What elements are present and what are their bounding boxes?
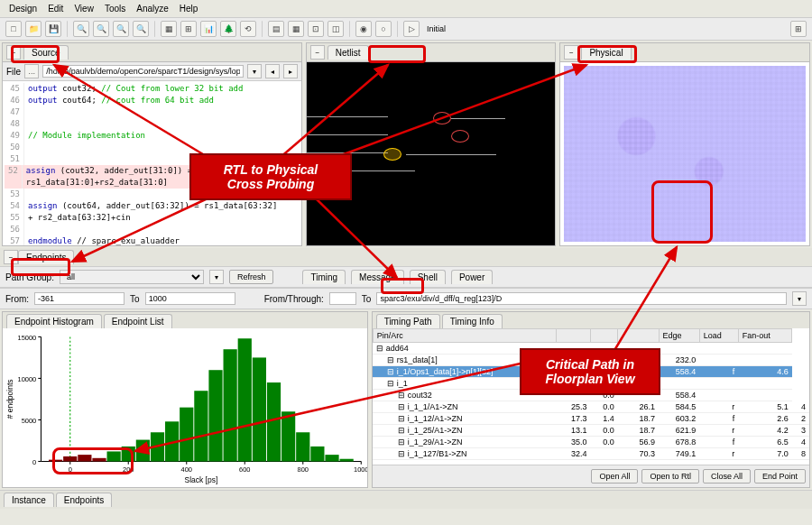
endpoints-bottom-tab[interactable]: Endpoints (56, 493, 112, 507)
layers-icon[interactable]: ▤ (268, 21, 284, 37)
zoom-out-icon[interactable]: 🔍 (93, 21, 109, 37)
open-to-rtl-button[interactable]: Open to Rtl (641, 469, 699, 484)
path-group-select[interactable]: all (60, 270, 204, 284)
report-icon[interactable]: ▦ (161, 21, 177, 37)
menu-help[interactable]: Help (180, 4, 198, 14)
file-path-input[interactable] (42, 65, 244, 78)
source-panel: − Source File … ▾ ◂ ▸ 45output cout32; /… (2, 42, 302, 246)
menu-bar: Design Edit View Tools Analyze Help (0, 0, 812, 18)
open-all-button[interactable]: Open All (591, 469, 638, 484)
netlist-canvas[interactable] (307, 62, 556, 245)
svg-rect-32 (151, 432, 164, 461)
svg-rect-35 (194, 391, 208, 461)
svg-rect-28 (92, 458, 106, 462)
collapse-icon[interactable]: − (564, 45, 578, 60)
zoom-in-icon[interactable]: 🔍 (73, 21, 89, 37)
nets-icon[interactable]: ⊡ (308, 21, 324, 37)
netlist-tab[interactable]: Netlist (328, 45, 369, 60)
timing-path-tab[interactable]: Timing Path (376, 314, 440, 328)
timing-table[interactable]: Pin/ArcEdgeLoadFan-out⊟ add64⊟ rs1_data[… (373, 328, 809, 460)
ports-icon[interactable]: ◫ (328, 21, 344, 37)
menu-analyze[interactable]: Analyze (136, 4, 169, 14)
instance-tab[interactable]: Instance (4, 493, 54, 507)
svg-text:10000: 10000 (18, 375, 37, 383)
shell-tab[interactable]: Shell (410, 270, 446, 284)
file-label: File (6, 67, 21, 77)
dropdown-icon[interactable]: ▾ (792, 291, 807, 306)
menu-edit[interactable]: Edit (48, 4, 63, 14)
play-icon[interactable]: ▷ (403, 21, 420, 37)
new-icon[interactable]: □ (5, 21, 22, 37)
timing-tab[interactable]: Timing (302, 270, 346, 284)
physical-tab[interactable]: Physical (581, 45, 631, 60)
path-group-label: Path Group: (5, 272, 54, 282)
close-all-button[interactable]: Close All (703, 469, 751, 484)
svg-text:Slack [ps]: Slack [ps] (184, 475, 217, 484)
hierarchy-icon[interactable]: ⊞ (180, 21, 197, 37)
svg-text:200: 200 (123, 465, 134, 474)
histogram-chart[interactable]: 05000100001500002004006008001000Slack [p… (3, 328, 367, 487)
svg-rect-43 (310, 447, 324, 462)
main-toolbar: □ 📁 💾 🔍 🔍 🔍 🔍 ▦ ⊞ 📊 🌲 ⟲ ▤ ▦ ⊡ ◫ ◉ ○ ▷ In… (0, 18, 812, 41)
collapse-icon[interactable]: − (6, 45, 21, 60)
source-code[interactable]: 45output cout32; // Cout from lower 32 b… (3, 81, 301, 245)
to-input[interactable] (145, 292, 235, 305)
svg-text:5000: 5000 (22, 417, 37, 425)
svg-text:400: 400 (181, 465, 192, 474)
zoom-fit-icon[interactable]: 🔍 (113, 21, 129, 37)
power-tab[interactable]: Power (451, 270, 493, 284)
svg-text:1000: 1000 (354, 465, 367, 474)
cells-icon[interactable]: ▦ (288, 21, 304, 37)
svg-rect-44 (325, 455, 338, 461)
source-tab[interactable]: Source (23, 45, 69, 60)
gate-icon (451, 130, 469, 143)
schematic-icon[interactable]: ⟲ (240, 21, 256, 37)
svg-text:0: 0 (69, 465, 72, 474)
svg-text:# endpoints: # endpoints (5, 380, 14, 419)
end-point-button[interactable]: End Point (754, 469, 806, 484)
tree-icon[interactable]: 🌲 (220, 21, 236, 37)
highlight-icon[interactable]: ◉ (355, 21, 372, 37)
svg-rect-25 (49, 460, 62, 462)
svg-rect-30 (122, 447, 135, 462)
chart-icon[interactable]: 📊 (200, 21, 217, 37)
menu-view[interactable]: View (74, 4, 94, 14)
menu-design[interactable]: Design (9, 4, 37, 14)
save-icon[interactable]: 💾 (45, 21, 61, 37)
from-through-input[interactable] (329, 292, 356, 305)
unhighlight-icon[interactable]: ○ (375, 21, 392, 37)
dropdown-icon[interactable]: ▾ (209, 270, 224, 284)
message-tab[interactable]: Message (351, 270, 404, 284)
to-label: To (130, 294, 140, 304)
endpoints-tab[interactable]: Endpoints (18, 250, 74, 264)
prev-icon[interactable]: ◂ (265, 64, 280, 78)
floorplan-canvas[interactable] (560, 62, 809, 245)
menu-tools[interactable]: Tools (105, 4, 125, 14)
collapse-icon[interactable]: − (310, 45, 325, 60)
svg-text:0: 0 (32, 458, 36, 466)
collapse-icon[interactable]: − (4, 250, 18, 264)
dropdown-icon[interactable]: ▾ (247, 64, 262, 78)
svg-rect-34 (180, 408, 193, 462)
svg-rect-29 (107, 451, 121, 461)
netlist-panel: − Netlist (306, 42, 557, 246)
svg-rect-37 (224, 349, 237, 461)
expand-icon[interactable]: ⊞ (790, 21, 807, 37)
svg-text:15000: 15000 (18, 334, 37, 342)
svg-rect-33 (165, 421, 179, 461)
timing-info-tab[interactable]: Timing Info (442, 314, 503, 328)
histogram-panel: Endpoint Histogram Endpoint List 0500010… (2, 311, 368, 488)
to2-input[interactable] (376, 292, 787, 305)
chip-layout (564, 66, 806, 242)
open-icon[interactable]: 📁 (25, 21, 42, 37)
endpoint-list-tab[interactable]: Endpoint List (104, 314, 172, 328)
histogram-tab[interactable]: Endpoint Histogram (6, 314, 102, 328)
to2-label: To (362, 294, 372, 304)
refresh-button[interactable]: Refresh (229, 270, 274, 284)
from-input[interactable] (34, 292, 125, 305)
svg-rect-41 (281, 411, 295, 461)
file-browse-icon[interactable]: … (24, 64, 39, 78)
next-icon[interactable]: ▸ (283, 64, 298, 78)
zoom-reset-icon[interactable]: 🔍 (133, 21, 149, 37)
svg-rect-45 (340, 459, 354, 462)
